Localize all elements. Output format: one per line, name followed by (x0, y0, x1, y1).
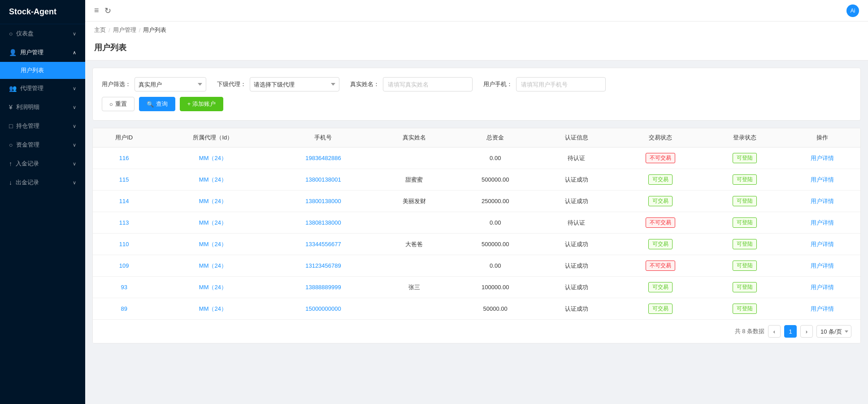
breadcrumb-home[interactable]: 主页 (94, 26, 106, 34)
phone-link[interactable]: 13888889999 (305, 284, 341, 291)
agent-link[interactable]: MM（24） (199, 219, 227, 226)
user-id-link[interactable]: 116 (119, 155, 129, 161)
sidebar-item-dashboard[interactable]: ○ 仪表盘 ∨ (0, 24, 85, 43)
user-type-label: 用户筛选： (102, 80, 131, 88)
cell-action: 用户详情 (784, 212, 860, 234)
cell-login-status: 可登陆 (706, 298, 784, 320)
trade-status-badge: 不可交易 (646, 261, 675, 271)
cell-phone: 13800138000 (270, 191, 376, 212)
cell-login-status: 可登陆 (706, 212, 784, 234)
col-action: 操作 (784, 128, 860, 148)
sidebar-item-position-management[interactable]: □ 持仓管理 ∨ (0, 117, 85, 135)
sidebar-item-capital-management[interactable]: ○ 资金管理 ∨ (0, 135, 85, 154)
agent-link[interactable]: MM（24） (199, 262, 227, 269)
sidebar-item-label: 持仓管理 (16, 122, 39, 130)
reset-button[interactable]: ○ 重置 (102, 97, 135, 111)
login-status-badge: 可登陆 (733, 217, 757, 228)
agent-link[interactable]: MM（24） (199, 284, 227, 291)
page-1-button[interactable]: 1 (784, 325, 797, 338)
sidebar-item-agent-management[interactable]: 👥 代理管理 ∨ (0, 79, 85, 98)
user-detail-link[interactable]: 用户详情 (811, 176, 834, 183)
user-avatar[interactable]: Ai (846, 4, 859, 17)
cell-agent: MM（24） (155, 191, 270, 212)
sidebar-item-profit-detail[interactable]: ¥ 利润明细 ∨ (0, 98, 85, 117)
breadcrumb-current: 用户列表 (143, 26, 166, 34)
agent-link[interactable]: MM（24） (199, 155, 227, 161)
prev-page-button[interactable]: ‹ (768, 325, 781, 338)
cell-login-status: 可登陆 (706, 148, 784, 169)
real-name-input[interactable] (383, 77, 473, 91)
phone-link[interactable]: 13800138001 (305, 176, 341, 183)
cell-phone: 13123456789 (270, 255, 376, 277)
cell-user-id: 116 (93, 148, 155, 169)
cell-real-name: 张三 (376, 277, 452, 298)
cell-real-name: 美丽发财 (376, 191, 452, 212)
cell-phone: 13800138001 (270, 169, 376, 191)
col-user-id: 用户ID (93, 128, 155, 148)
cell-action: 用户详情 (784, 169, 860, 191)
search-button[interactable]: 🔍 查询 (139, 97, 175, 111)
cell-real-name (376, 148, 452, 169)
action-row: ○ 重置 🔍 查询 + 添加账户 (102, 97, 851, 111)
cell-trade-status: 不可交易 (615, 212, 706, 234)
cell-real-name: 大爸爸 (376, 234, 452, 255)
phone-link[interactable]: 13808138000 (305, 219, 341, 226)
user-detail-link[interactable]: 用户详情 (811, 305, 834, 312)
col-phone: 手机号 (270, 128, 376, 148)
main-area: ≡ ↻ Ai 主页 / 用户管理 / 用户列表 用户列表 用户筛选： (85, 0, 868, 404)
breadcrumb-user-management[interactable]: 用户管理 (113, 26, 136, 34)
user-detail-link[interactable]: 用户详情 (811, 241, 834, 248)
user-id-link[interactable]: 110 (119, 241, 129, 248)
table-row: 109 MM（24） 13123456789 0.00 认证成功 不可交易 可登… (93, 255, 860, 277)
cell-agent: MM（24） (155, 234, 270, 255)
sidebar-item-deposit-record[interactable]: ↑ 入金记录 ∨ (0, 154, 85, 173)
next-page-button[interactable]: › (800, 325, 813, 338)
sub-agent-select[interactable]: 请选择下级代理 (250, 77, 339, 91)
topbar: ≡ ↻ Ai (85, 0, 868, 22)
sidebar-item-user-management[interactable]: 👤 用户管理 ∧ (0, 43, 85, 62)
user-detail-link[interactable]: 用户详情 (811, 155, 834, 161)
chevron-down-icon: ∨ (73, 104, 76, 110)
sub-agent-filter: 下级代理： 请选择下级代理 (217, 77, 339, 91)
table-row: 115 MM（24） 13800138001 甜蜜蜜 500000.00 认证成… (93, 169, 860, 191)
phone-link[interactable]: 13344556677 (305, 241, 341, 248)
cell-trade-status: 可交易 (615, 277, 706, 298)
phone-link[interactable]: 15000000000 (305, 305, 341, 312)
user-detail-link[interactable]: 用户详情 (811, 219, 834, 226)
phone-link[interactable]: 19836482886 (305, 155, 341, 161)
user-id-link[interactable]: 93 (121, 284, 127, 291)
cell-trade-status: 不可交易 (615, 148, 706, 169)
add-account-button[interactable]: + 添加账户 (180, 97, 223, 111)
page-size-select[interactable]: 10 条/页 20 条/页 50 条/页 (816, 325, 851, 338)
col-agent: 所属代理（Id） (155, 128, 270, 148)
user-table: 用户ID 所属代理（Id） 手机号 真实姓名 总资金 认证信息 交易状态 登录状… (93, 128, 860, 319)
phone-link[interactable]: 13800138000 (305, 198, 341, 204)
cell-agent: MM（24） (155, 212, 270, 234)
cell-login-status: 可登陆 (706, 255, 784, 277)
menu-toggle-icon[interactable]: ≡ (94, 6, 99, 15)
user-id-link[interactable]: 109 (119, 262, 129, 269)
user-id-link[interactable]: 89 (121, 305, 127, 312)
agent-link[interactable]: MM（24） (199, 241, 227, 248)
user-type-select[interactable]: 真实用户 模拟用户 全部 (135, 77, 206, 91)
agent-link[interactable]: MM（24） (199, 305, 227, 312)
user-detail-link[interactable]: 用户详情 (811, 284, 834, 291)
phone-input[interactable] (516, 77, 606, 91)
page-title: 用户列表 (94, 42, 859, 53)
user-detail-link[interactable]: 用户详情 (811, 198, 834, 204)
user-detail-link[interactable]: 用户详情 (811, 262, 834, 269)
user-id-link[interactable]: 115 (119, 176, 129, 183)
sidebar-sub-item-user-list[interactable]: 用户列表 (0, 62, 85, 79)
user-id-link[interactable]: 113 (119, 219, 129, 226)
user-id-link[interactable]: 114 (119, 198, 129, 204)
agent-link[interactable]: MM（24） (199, 176, 227, 183)
phone-link[interactable]: 13123456789 (305, 262, 341, 269)
position-icon: □ (9, 122, 13, 130)
table-area: 用户ID 所属代理（Id） 手机号 真实姓名 总资金 认证信息 交易状态 登录状… (92, 128, 861, 343)
breadcrumb: 主页 / 用户管理 / 用户列表 (94, 26, 859, 39)
agent-link[interactable]: MM（24） (199, 198, 227, 204)
chevron-up-icon: ∧ (73, 50, 76, 56)
pagination-bar: 共 8 条数据 ‹ 1 › 10 条/页 20 条/页 50 条/页 (93, 319, 860, 343)
col-auth-info: 认证信息 (538, 128, 615, 148)
sidebar-item-withdraw-record[interactable]: ↓ 出金记录 ∨ (0, 173, 85, 192)
